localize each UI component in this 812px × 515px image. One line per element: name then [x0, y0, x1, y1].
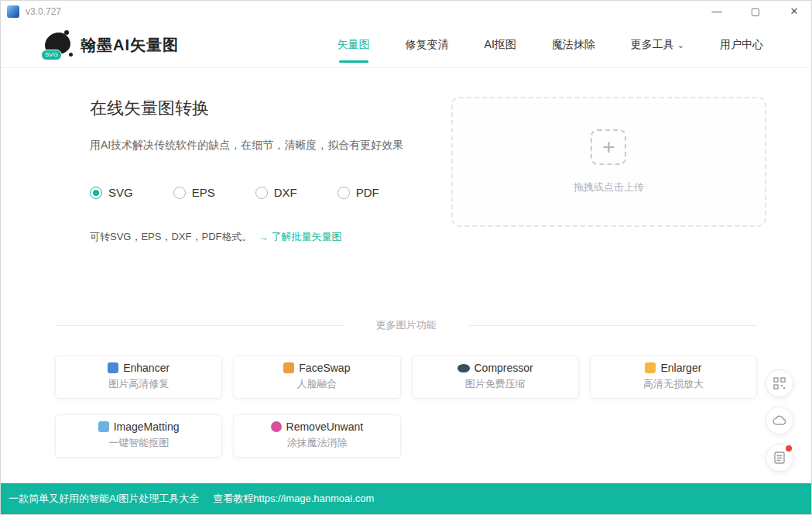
format-radio-group: SVG EPS DXF PDF: [90, 186, 451, 199]
nav-item-erase[interactable]: 魔法抹除: [552, 22, 595, 67]
page-title: 在线矢量图转换: [90, 97, 451, 120]
batch-vector-link[interactable]: → 了解批量矢量图: [258, 230, 341, 244]
notification-dot: [786, 445, 792, 451]
imagematting-icon: [98, 421, 109, 432]
nav-item-vector[interactable]: 矢量图: [337, 22, 370, 67]
nav-item-matting[interactable]: AI抠图: [485, 22, 516, 67]
main-section: 在线矢量图转换 用AI技术解决传统软件的缺点，在细节，清晰度，拟合有更好效果 S…: [1, 67, 811, 244]
format-radio-dxf[interactable]: DXF: [255, 186, 297, 199]
feature-cards: Enhancer 图片高清修复 FaceSwap 人脸融合 Compressor…: [55, 355, 757, 458]
card-removeunwant[interactable]: RemoveUnwant 涂抹魔法消除: [233, 414, 400, 458]
removeunwant-icon: [271, 421, 282, 432]
format-hint-row: 可转SVG，EPS，DXF，PDF格式。 → 了解批量矢量图: [90, 230, 451, 244]
nav-item-user-center[interactable]: 用户中心: [720, 22, 763, 67]
enhancer-icon: [108, 362, 118, 373]
card-enhancer[interactable]: Enhancer 图片高清修复: [55, 355, 222, 399]
qrcode-icon: [773, 377, 786, 390]
feedback-doc-icon: [774, 451, 785, 464]
version-label: v3.0.727: [26, 6, 61, 17]
converter-panel: 在线矢量图转换 用AI技术解决传统软件的缺点，在细节，清晰度，拟合有更好效果 S…: [90, 97, 451, 244]
section-divider: 更多图片功能: [55, 318, 757, 332]
upload-hint: 拖拽或点击上传: [574, 180, 644, 194]
cloud-icon: [773, 415, 786, 426]
chevron-down-icon: ⌄: [677, 40, 684, 50]
brand: SVG 翰墨AI矢量图: [43, 31, 179, 59]
arrow-right-icon: →: [258, 232, 268, 243]
qrcode-button[interactable]: [766, 369, 793, 397]
radio-icon: [255, 187, 268, 199]
window-controls: — ▢ ✕: [709, 4, 802, 19]
footer-tutorial-link[interactable]: 查看教程https://image.hanmoai.com: [213, 492, 374, 506]
more-features-section: 更多图片功能 Enhancer 图片高清修复 FaceSwap 人脸融合 Com…: [1, 318, 811, 458]
feedback-button[interactable]: [766, 444, 793, 472]
format-hint: 可转SVG，EPS，DXF，PDF格式。: [90, 230, 252, 244]
card-enlarger[interactable]: Enlarger 高清无损放大: [590, 355, 757, 399]
format-radio-pdf[interactable]: PDF: [337, 186, 379, 199]
maximize-icon[interactable]: ▢: [748, 4, 763, 19]
main-nav: 矢量图 修复变清 AI抠图 魔法抹除 更多工具 ⌄ 用户中心: [337, 22, 763, 67]
card-faceswap[interactable]: FaceSwap 人脸融合: [233, 355, 400, 399]
close-icon[interactable]: ✕: [786, 4, 802, 19]
radio-icon: [173, 187, 186, 199]
enlarger-icon: [645, 362, 656, 373]
header: SVG 翰墨AI矢量图 矢量图 修复变清 AI抠图 魔法抹除 更多工具 ⌄ 用户…: [1, 22, 811, 67]
card-compressor[interactable]: Compressor 图片免费压缩: [412, 355, 579, 399]
footer-slogan: 一款简单又好用的智能AI图片处理工具大全: [9, 492, 199, 506]
minimize-icon[interactable]: —: [709, 4, 725, 19]
compressor-icon: [457, 364, 470, 373]
radio-icon: [337, 187, 350, 199]
format-radio-eps[interactable]: EPS: [173, 186, 215, 199]
faceswap-icon: [283, 362, 294, 373]
app-logo-icon: SVG: [43, 31, 73, 59]
titlebar: v3.0.727 — ▢ ✕: [1, 1, 811, 22]
page-description: 用AI技术解决传统软件的缺点，在细节，清晰度，拟合有更好效果: [90, 137, 451, 153]
radio-icon: [90, 187, 102, 199]
nav-item-more-tools[interactable]: 更多工具 ⌄: [631, 22, 684, 67]
floating-actions: [766, 369, 793, 472]
plus-icon: +: [591, 129, 626, 165]
logo-svg-badge: SVG: [41, 50, 62, 60]
app-icon: [7, 5, 19, 18]
section-title: 更多图片功能: [344, 318, 469, 332]
app-name: 翰墨AI矢量图: [81, 35, 179, 56]
format-radio-svg[interactable]: SVG: [90, 186, 133, 199]
cloud-button[interactable]: [766, 407, 793, 434]
footer: 一款简单又好用的智能AI图片处理工具大全 查看教程https://image.h…: [1, 483, 811, 514]
card-imagematting[interactable]: ImageMatting 一键智能抠图: [55, 414, 222, 458]
nav-item-repair[interactable]: 修复变清: [406, 22, 449, 67]
upload-dropzone[interactable]: + 拖拽或点击上传: [451, 97, 766, 227]
